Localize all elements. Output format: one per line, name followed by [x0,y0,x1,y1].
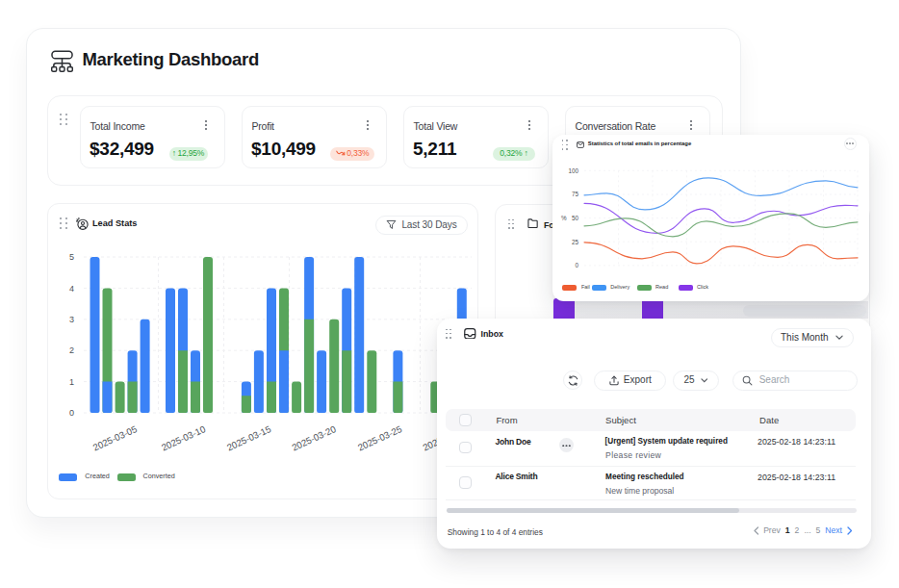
svg-text:100: 100 [568,167,578,174]
svg-text:25: 25 [572,239,579,245]
svg-text:5: 5 [69,252,74,262]
svg-text:4: 4 [69,283,74,293]
svg-text:2025-03-20: 2025-03-20 [290,422,337,452]
svg-text:2025-03-25: 2025-03-25 [356,422,403,452]
svg-text:2025-03-15: 2025-03-15 [225,422,272,452]
svg-text:2: 2 [69,345,74,355]
svg-text:0: 0 [575,262,578,268]
svg-text:%: % [561,215,567,221]
svg-text:2025-03-05: 2025-03-05 [91,422,139,452]
svg-text:0: 0 [69,408,74,418]
svg-text:1: 1 [69,376,74,386]
svg-text:2025-03-10: 2025-03-10 [160,422,207,452]
svg-text:75: 75 [572,191,579,197]
svg-text:3: 3 [69,315,74,324]
svg-text:50: 50 [572,215,579,221]
